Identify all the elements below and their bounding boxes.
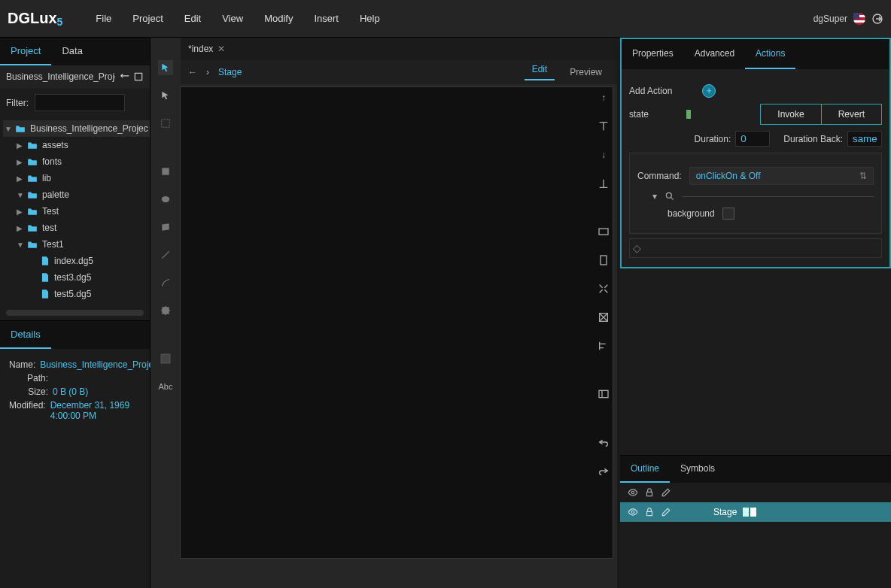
ellipse-tool-icon[interactable] bbox=[158, 192, 173, 207]
expand-icon[interactable]: ▶ bbox=[17, 224, 23, 232]
home-icon[interactable] bbox=[133, 71, 144, 82]
left-panel: Project Data Business_Intelligence_Proje… bbox=[0, 38, 151, 588]
rectangle-tool-icon[interactable] bbox=[158, 164, 173, 179]
visibility-icon[interactable] bbox=[628, 507, 638, 517]
menu-view[interactable]: View bbox=[222, 13, 243, 24]
text-tool-icon[interactable]: Abc bbox=[158, 379, 173, 394]
redo-icon[interactable] bbox=[596, 463, 611, 478]
pen-tool-icon[interactable] bbox=[158, 275, 173, 290]
menu-help[interactable]: Help bbox=[360, 13, 380, 24]
fit-width-icon[interactable] bbox=[596, 224, 611, 239]
mode-edit[interactable]: Edit bbox=[525, 64, 555, 80]
duration-input[interactable] bbox=[735, 131, 770, 147]
logout-icon[interactable] bbox=[871, 13, 883, 25]
tree-label: assets bbox=[42, 140, 68, 150]
expand-icon[interactable]: ▼ bbox=[5, 125, 11, 133]
tree-folder-lib[interactable]: ▶lib bbox=[3, 170, 150, 186]
tree-file-index[interactable]: index.dg5 bbox=[3, 253, 150, 269]
breadcrumb-text[interactable]: Business_Intelligence_Project bbox=[6, 71, 115, 82]
arrow-up-icon[interactable]: ↑ bbox=[596, 90, 611, 105]
tree-folder-fonts[interactable]: ▶fonts bbox=[3, 153, 150, 170]
tab-symbols[interactable]: Symbols bbox=[670, 456, 725, 483]
tree-root[interactable]: ▼ Business_Intelligence_Projec bbox=[3, 120, 150, 137]
tree-scrollbar[interactable] bbox=[6, 310, 144, 316]
menu-modify[interactable]: Modify bbox=[264, 13, 293, 24]
visibility-icon[interactable] bbox=[628, 487, 638, 498]
arrow-down-icon[interactable]: ↓ bbox=[596, 147, 611, 162]
menu-insert[interactable]: Insert bbox=[314, 13, 339, 24]
align-bottom-icon[interactable] bbox=[596, 176, 611, 191]
panel-icon[interactable] bbox=[596, 386, 611, 402]
tree-folder-palette[interactable]: ▼palette bbox=[3, 186, 150, 203]
tab-properties[interactable]: Properties bbox=[622, 39, 684, 69]
tree-folder-test-upper[interactable]: ▶Test bbox=[3, 203, 150, 220]
logo-suffix: 5 bbox=[57, 16, 63, 28]
swatch-tool-icon[interactable] bbox=[158, 351, 173, 366]
lock-icon[interactable] bbox=[644, 507, 655, 517]
svg-point-11 bbox=[631, 491, 634, 494]
file-icon bbox=[41, 272, 50, 283]
background-swatch[interactable] bbox=[722, 208, 734, 220]
expand-icon[interactable]: ▼ bbox=[17, 191, 23, 199]
fit-height-icon[interactable] bbox=[596, 253, 611, 268]
marquee-tool-icon[interactable] bbox=[158, 116, 173, 131]
tab-actions[interactable]: Actions bbox=[745, 39, 795, 69]
revert-button[interactable]: Revert bbox=[821, 105, 881, 124]
tab-details[interactable]: Details bbox=[0, 321, 51, 349]
reorder-handle-row[interactable]: ◇ bbox=[629, 238, 882, 258]
menu-file[interactable]: File bbox=[96, 13, 111, 24]
puzzle-tool-icon[interactable] bbox=[158, 303, 173, 318]
align-left-icon[interactable] bbox=[596, 338, 611, 353]
nav-forward-icon[interactable]: › bbox=[206, 67, 211, 77]
lock-icon[interactable] bbox=[644, 487, 655, 498]
stage-canvas[interactable] bbox=[181, 87, 613, 558]
command-select[interactable]: onClickOn & Off ⇅ bbox=[689, 167, 874, 185]
command-value: onClickOn & Off bbox=[696, 171, 761, 181]
stage-breadcrumb[interactable]: Stage bbox=[218, 67, 242, 77]
tree-label: test5.dg5 bbox=[54, 289, 91, 299]
duration-back-input[interactable] bbox=[847, 131, 882, 147]
expand-icon[interactable]: ▶ bbox=[17, 208, 23, 216]
add-action-button[interactable]: + bbox=[702, 84, 716, 98]
align-top-icon[interactable] bbox=[596, 119, 611, 134]
filter-input[interactable] bbox=[35, 94, 125, 111]
outline-tabs: Outline Symbols bbox=[620, 456, 891, 483]
cross-box-icon[interactable] bbox=[596, 310, 611, 325]
expand-icon[interactable]: ▶ bbox=[17, 158, 23, 166]
tree-file-test3[interactable]: test3.dg5 bbox=[3, 269, 150, 286]
nav-back-icon[interactable]: ← bbox=[188, 67, 199, 77]
close-tab-icon[interactable]: ✕ bbox=[217, 44, 225, 54]
outline-item-stage[interactable]: Stage bbox=[620, 502, 891, 522]
expand-icon[interactable]: ▶ bbox=[17, 141, 23, 150]
tree-folder-test-lower[interactable]: ▶test bbox=[3, 220, 150, 236]
invoke-button[interactable]: Invoke bbox=[761, 105, 820, 124]
expand-icon[interactable]: ▶ bbox=[17, 174, 23, 183]
direct-select-tool-icon[interactable] bbox=[158, 88, 173, 103]
expand-icon[interactable]: ▼ bbox=[17, 241, 23, 249]
document-tab[interactable]: *index ✕ bbox=[188, 44, 225, 54]
menu-edit[interactable]: Edit bbox=[184, 13, 201, 24]
tab-advanced[interactable]: Advanced bbox=[684, 39, 745, 69]
edit-icon[interactable] bbox=[661, 507, 671, 517]
stage-bar: ← › Stage Edit Preview bbox=[181, 60, 617, 84]
locale-flag-icon[interactable] bbox=[853, 13, 865, 25]
menu-project[interactable]: Project bbox=[132, 13, 163, 24]
undo-icon[interactable] bbox=[596, 435, 611, 450]
expand-icon[interactable] bbox=[596, 281, 611, 296]
canvas-wrap: *index ✕ ← › Stage Edit Preview bbox=[181, 38, 617, 588]
edit-icon[interactable] bbox=[661, 487, 671, 498]
up-level-icon[interactable] bbox=[120, 71, 130, 82]
command-label: Command: bbox=[637, 171, 682, 181]
search-icon[interactable] bbox=[664, 191, 675, 202]
tab-data[interactable]: Data bbox=[51, 38, 93, 65]
tree-folder-test1[interactable]: ▼Test1 bbox=[3, 236, 150, 253]
select-tool-icon[interactable] bbox=[158, 60, 173, 75]
tree-file-test5[interactable]: test5.dg5 bbox=[3, 286, 150, 302]
tab-outline[interactable]: Outline bbox=[620, 456, 670, 483]
file-icon bbox=[41, 256, 50, 266]
tree-folder-assets[interactable]: ▶assets bbox=[3, 137, 150, 153]
collapse-icon[interactable]: ▾ bbox=[652, 191, 657, 202]
polygon-tool-icon[interactable] bbox=[158, 220, 173, 235]
line-tool-icon[interactable] bbox=[158, 247, 173, 262]
tab-project[interactable]: Project bbox=[0, 38, 51, 65]
